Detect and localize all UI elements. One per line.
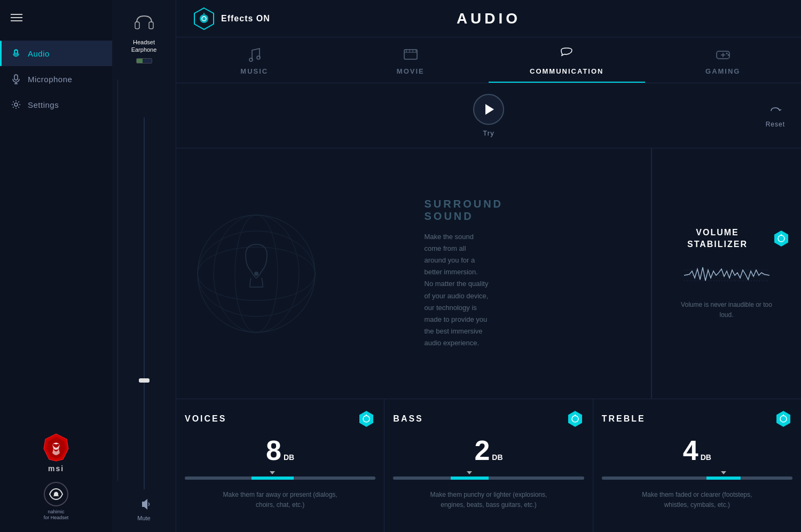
sidebar-nav: Audio Microphone Settings: [0, 35, 112, 422]
volume-slider-track: [144, 117, 145, 489]
treble-slider[interactable]: [602, 473, 792, 483]
surround-panel: SURROUND SOUND Make the sound come from …: [176, 148, 651, 399]
surround-info: SURROUND SOUND Make the sound come from …: [328, 187, 499, 360]
tab-communication-label: COMMUNICATION: [530, 67, 603, 75]
svg-point-13: [200, 14, 208, 23]
try-button[interactable]: Try: [473, 94, 504, 137]
treble-toggle[interactable]: [774, 410, 792, 428]
voices-value-display: 8 DB: [266, 436, 294, 464]
svg-point-26: [726, 53, 727, 54]
volume-stabilizer-title-row: VOLUMESTABILIZER: [663, 227, 790, 251]
msi-text: msi: [48, 464, 64, 473]
voices-slider[interactable]: [185, 473, 375, 483]
volume-stabilizer-panel: VOLUMESTABILIZER Volume is never inaudib…: [651, 148, 801, 399]
microphone-icon: [11, 74, 21, 84]
svg-rect-2: [14, 75, 18, 80]
treble-title-row: TREBLE: [602, 410, 792, 428]
treble-card: TREBLE 4 DB: [593, 399, 801, 532]
effects-hexagon-icon: [192, 7, 216, 30]
page-title: AUDIO: [457, 10, 521, 27]
voices-toggle[interactable]: [357, 410, 375, 428]
try-section: Try Reset: [176, 83, 801, 148]
effects-toggle[interactable]: Effects ON: [192, 7, 270, 30]
voices-card: VOICES 8 DB: [176, 399, 384, 532]
tab-communication[interactable]: COMMUNICATION: [489, 37, 645, 83]
voices-description: Make them far away or present (dialogs, …: [222, 490, 339, 510]
sidebar-bottom: msi nahimicfor Headset: [0, 422, 112, 532]
treble-unit: DB: [701, 453, 711, 462]
main-content: Effects ON AUDIO MUSIC MOVIE: [176, 0, 801, 532]
svg-point-33: [254, 272, 258, 276]
voices-unit: DB: [284, 453, 294, 462]
nahimic-logo: nahimicfor Headset: [43, 481, 69, 521]
msi-logo: msi: [43, 433, 69, 473]
svg-marker-49: [776, 411, 790, 427]
sidebar-item-microphone[interactable]: Microphone: [0, 66, 112, 92]
tab-gaming-label: GAMING: [705, 67, 740, 75]
content-area: Try Reset: [176, 83, 801, 532]
movie-icon: [402, 46, 419, 63]
tab-movie-label: MOVIE: [397, 67, 425, 75]
effects-label: Effects ON: [221, 14, 270, 23]
nahimic-icon: [43, 481, 69, 507]
sidebar-item-audio[interactable]: Audio: [0, 41, 112, 66]
bass-slider[interactable]: [393, 473, 584, 483]
try-label: Try: [483, 129, 494, 137]
gaming-icon: [714, 46, 732, 63]
treble-description: Make them faded or clearer (footsteps, w…: [638, 490, 756, 510]
try-play-circle: [473, 94, 504, 125]
treble-title: TREBLE: [602, 414, 646, 424]
tab-movie[interactable]: MOVIE: [333, 37, 489, 83]
sidebar-audio-label: Audio: [28, 49, 50, 58]
waveform-display: [684, 259, 769, 291]
surround-title: SURROUND SOUND: [425, 198, 489, 223]
communication-icon: [558, 46, 575, 63]
tab-gaming[interactable]: GAMING: [645, 37, 802, 83]
bass-value: 2: [474, 436, 490, 464]
voices-value: 8: [266, 436, 281, 464]
top-bar: Effects ON AUDIO: [176, 0, 801, 37]
headset-icon: [132, 11, 156, 34]
voices-title: VOICES: [185, 414, 226, 424]
tab-music-label: MUSIC: [240, 67, 268, 75]
mute-label: Mute: [137, 515, 150, 521]
bass-title-row: BASS: [393, 410, 584, 428]
treble-value: 4: [683, 436, 698, 464]
mute-control[interactable]: Mute: [137, 497, 152, 521]
battery-indicator: [136, 58, 152, 63]
sidebar-item-settings[interactable]: Settings: [0, 92, 112, 117]
surround-description: Make the sound come from all around you …: [425, 231, 489, 349]
volume-stabilizer-title: VOLUMESTABILIZER: [663, 227, 772, 251]
treble-value-display: 4 DB: [683, 436, 711, 464]
settings-icon: [11, 99, 21, 110]
svg-rect-11: [149, 22, 153, 29]
nahimic-text: nahimicfor Headset: [44, 509, 69, 521]
bass-description: Make them punchy or lighter (explosions,…: [430, 490, 547, 510]
sidebar-settings-label: Settings: [28, 100, 59, 109]
volume-slider-thumb[interactable]: [139, 378, 150, 383]
hamburger-menu[interactable]: [0, 0, 112, 35]
headset-label: HeadsetEarphone: [131, 38, 157, 54]
bass-value-display: 2 DB: [474, 436, 502, 464]
try-play-icon: [485, 104, 494, 115]
bass-title: BASS: [393, 414, 423, 424]
msi-dragon-icon: [43, 433, 69, 462]
bass-toggle[interactable]: [566, 410, 584, 428]
svg-marker-43: [359, 411, 373, 427]
volume-stabilizer-description: Volume is never inaudible or too loud.: [673, 300, 780, 320]
svg-marker-46: [568, 411, 582, 427]
bass-unit: DB: [492, 453, 502, 462]
tabs: MUSIC MOVIE COMMUNICATION: [176, 37, 801, 83]
device-headset[interactable]: HeadsetEarphone: [131, 11, 157, 63]
svg-rect-10: [135, 22, 139, 29]
mute-icon: [137, 497, 152, 512]
device-panel: HeadsetEarphone Mute: [112, 0, 176, 532]
svg-point-5: [14, 103, 18, 106]
tab-music[interactable]: MUSIC: [176, 37, 333, 83]
volume-stabilizer-toggle[interactable]: [772, 229, 790, 248]
music-icon: [246, 46, 263, 63]
effect-panels-row: SURROUND SOUND Make the sound come from …: [176, 148, 801, 399]
surround-sphere: [192, 210, 320, 338]
svg-marker-37: [774, 231, 788, 247]
reset-button[interactable]: Reset: [766, 104, 785, 128]
